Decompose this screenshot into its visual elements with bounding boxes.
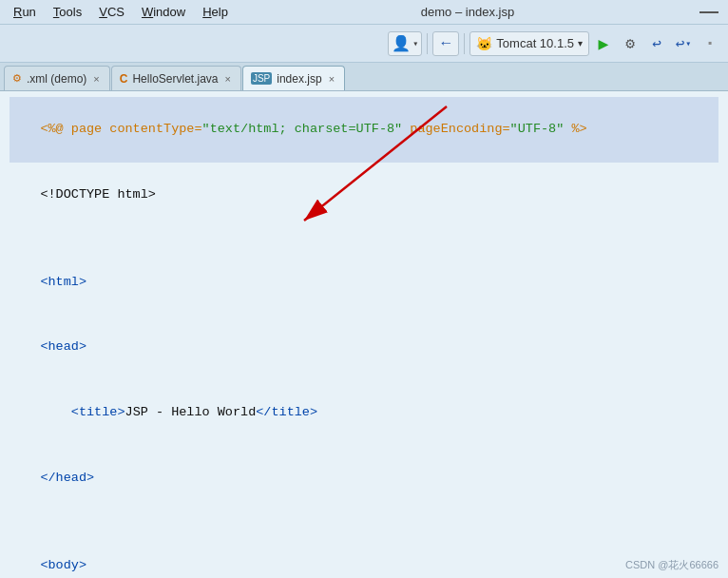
code-part: <head>	[40, 339, 86, 354]
code-line-5: <head>	[10, 315, 718, 380]
code-line-2: <!DOCTYPE html>	[10, 163, 718, 228]
code-part: <body>	[40, 558, 86, 572]
window-minimize[interactable]	[699, 11, 718, 13]
code-part: </head>	[40, 471, 94, 485]
stop-button[interactable]: ▪	[698, 31, 722, 56]
menubar: Run Tools VCS Window Help demo – index.j…	[0, 0, 728, 25]
xml-icon: ⚙	[12, 72, 22, 85]
tabs-bar: ⚙ .xml (demo) × C HelloServlet.java × JS…	[0, 63, 728, 91]
dropdown-arrow: ▾	[578, 38, 583, 48]
code-part: JSP - Hello World	[125, 405, 257, 419]
tab-java-close[interactable]: ×	[223, 72, 233, 86]
watermark: CSDN @花火66666	[625, 558, 718, 572]
code-line-3	[10, 228, 718, 250]
update-button[interactable]: ↩▾	[671, 31, 696, 56]
debug-button[interactable]: ⚙	[618, 31, 642, 56]
code-line-6: <title>JSP - Hello World</title>	[10, 380, 718, 446]
tomcat-selector[interactable]: 🐱 Tomcat 10.1.5 ▾	[469, 31, 589, 56]
menu-help[interactable]: Help	[195, 3, 236, 21]
editor-area[interactable]: <%@ page contentType="text/html; charset…	[0, 91, 728, 578]
code-part: "UTF-8"	[510, 122, 565, 136]
code-line-1: <%@ page contentType="text/html; charset…	[10, 97, 718, 163]
tomcat-label: Tomcat 10.1.5	[496, 36, 574, 50]
menu-window[interactable]: Window	[134, 3, 193, 21]
java-icon: C	[120, 72, 128, 86]
code-part: <%@ page contentType=	[40, 122, 201, 136]
code-part: %>	[564, 122, 586, 136]
menu-tools[interactable]: Tools	[46, 3, 89, 21]
separator-1	[427, 33, 428, 54]
menu-vcs[interactable]: VCS	[91, 3, 132, 21]
code-part: "text/html; charset=UTF-8"	[202, 122, 403, 136]
reload-button[interactable]: ↩	[644, 31, 669, 56]
jsp-icon: JSP	[251, 72, 272, 85]
tab-jsp-label: index.jsp	[277, 72, 321, 86]
separator-2	[464, 33, 465, 54]
code-line-9: <body>	[10, 533, 718, 578]
back-button[interactable]: ←	[432, 31, 459, 56]
tomcat-icon: 🐱	[476, 36, 492, 51]
tab-java[interactable]: C HelloServlet.java ×	[111, 66, 241, 90]
tab-java-label: HelloServlet.java	[132, 72, 218, 86]
toolbar: 👤▾ ← 🐱 Tomcat 10.1.5 ▾ ▶ ⚙ ↩ ↩▾ ▪	[0, 25, 728, 63]
menu-run[interactable]: Run	[6, 3, 44, 21]
title-bar-text: demo – index.jsp	[238, 5, 698, 19]
tab-jsp-close[interactable]: ×	[327, 72, 336, 86]
tab-xml[interactable]: ⚙ .xml (demo) ×	[4, 66, 110, 90]
code-part: </title>	[256, 405, 317, 419]
code-part: <html>	[40, 275, 86, 289]
code-part: <!DOCTYPE html>	[40, 187, 156, 202]
code-line-4: <html>	[10, 250, 718, 316]
account-button[interactable]: 👤▾	[388, 31, 422, 56]
run-button[interactable]: ▶	[591, 31, 616, 56]
tab-xml-close[interactable]: ×	[91, 72, 101, 86]
code-line-7: </head>	[10, 446, 718, 511]
tab-jsp[interactable]: JSP index.jsp ×	[242, 66, 345, 90]
code-part: <title>	[40, 405, 125, 419]
code-part: pageEncoding=	[402, 122, 509, 136]
tab-xml-label: .xml (demo)	[27, 72, 86, 86]
code-line-8	[10, 511, 718, 533]
